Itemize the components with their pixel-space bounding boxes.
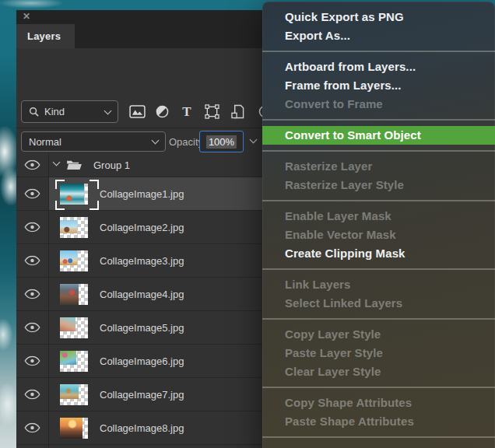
menu-item-quick-export-as-png[interactable]: Quick Export as PNG [262,8,495,26]
menu-item-create-clipping-mask[interactable]: Create Clipping Mask [262,244,495,263]
layer-context-menu: Quick Export as PNG Export As... Artboar… [262,2,495,448]
visibility-eye-icon[interactable] [24,423,40,433]
layer-name: CollageImage8.jpg [100,422,184,434]
photoshop-screenshot: ✕ Layers Kind T [0,0,495,448]
menu-section-layer-style: Copy Layer Style Paste Layer Style Clear… [262,320,495,387]
menu-item-copy-shape-attributes: Copy Shape Attributes [262,394,495,412]
visibility-eye-icon[interactable] [24,159,40,170]
menu-section-artboard: Artboard from Layers... Frame from Layer… [262,52,495,119]
layer-name: CollageImage2.jpg [100,222,184,233]
menu-item-select-linked-layers: Select Linked Layers [262,294,495,313]
visibility-eye-icon[interactable] [24,356,40,366]
thumbnail-image [60,384,79,399]
blend-mode-dropdown[interactable]: Normal [21,131,166,152]
close-icon[interactable]: ✕ [23,11,30,22]
selection-bracket [55,201,65,210]
selection-bracket [90,180,99,189]
layer-filter-kind-dropdown[interactable]: Kind [21,100,118,123]
layer-name: CollageImage5.jpg [100,322,184,334]
menu-item-artboard-from-layers[interactable]: Artboard from Layers... [262,58,495,76]
menu-section-shape-attributes: Copy Shape Attributes Paste Shape Attrib… [262,388,495,436]
layer-name: CollageImage6.jpg [100,355,184,367]
visibility-eye-icon[interactable] [24,289,40,299]
folder-icon [66,159,82,170]
opacity-input[interactable]: 100% [199,131,244,152]
menu-section-export: Quick Export as PNG Export As... [262,2,495,51]
menu-item-rasterize-layer-style: Rasterize Layer Style [262,176,495,194]
layer-name: CollageImage7.jpg [100,389,184,401]
menu-item-clear-layer-style: Clear Layer Style [262,362,495,381]
tab-layers[interactable]: Layers [16,24,75,48]
visibility-eye-icon[interactable] [24,256,40,266]
menu-section-smart-object: Convert to Smart Object [262,121,495,150]
menu-item-enable-layer-mask: Enable Layer Mask [262,207,495,226]
menu-separator [262,436,495,438]
visibility-eye-icon[interactable] [24,323,40,333]
layer-thumbnail[interactable] [60,418,88,439]
blend-mode-value: Normal [29,136,61,148]
menu-item-convert-to-frame: Convert to Frame [262,95,495,114]
selection-bracket [90,201,99,210]
kind-label: Kind [44,106,65,117]
visibility-eye-icon[interactable] [24,222,40,233]
menu-item-link-layers: Link Layers [262,275,495,294]
visibility-eye-icon[interactable] [24,189,40,199]
menu-item-rasterize-layer: Rasterize Layer [262,157,495,176]
layer-thumbnail[interactable] [60,351,88,372]
menu-item-copy-layer-style: Copy Layer Style [262,325,495,344]
opacity-dropdown-chevron-icon[interactable] [250,136,258,144]
thumbnail-image [60,418,82,439]
thumbnail-image [60,351,76,365]
layer-thumbnail[interactable] [60,217,88,238]
selection-bracket [55,180,65,189]
search-icon [29,107,39,117]
layer-thumbnail[interactable] [60,384,88,405]
tab-layers-label: Layers [27,30,61,42]
layer-thumbnail[interactable] [60,284,88,305]
thumbnail-image [60,250,77,265]
menu-item-convert-to-smart-object[interactable]: Convert to Smart Object [262,126,495,145]
group-expand-chevron-icon[interactable] [53,159,61,166]
menu-item-export-as[interactable]: Export As... [262,26,495,45]
chevron-down-icon [152,137,160,145]
layer-name: CollageImage1.jpg [100,188,184,200]
menu-section-link: Link Layers Select Linked Layers [262,270,495,318]
layer-thumbnail[interactable] [60,250,88,271]
menu-section-masks: Enable Layer Mask Enable Vector Mask Cre… [262,201,495,268]
shape-layer-filter-icon[interactable] [203,103,220,119]
group-name: Group 1 [93,159,130,170]
opacity-value: 100% [206,135,237,149]
smart-object-filter-icon[interactable] [229,103,246,119]
menu-item-enable-vector-mask: Enable Vector Mask [262,226,495,244]
adjustment-layer-filter-icon[interactable] [153,103,170,119]
thumbnail-image [60,284,79,305]
thumbnail-image [60,220,77,233]
layer-thumbnail[interactable] [60,317,88,338]
thumbnail-image [60,317,75,331]
menu-item-paste-shape-attributes: Paste Shape Attributes [262,412,495,431]
visibility-eye-icon[interactable] [24,390,40,400]
type-layer-filter-icon[interactable]: T [178,103,195,119]
chevron-down-icon [104,107,112,114]
menu-section-rasterize: Rasterize Layer Rasterize Layer Style [262,152,495,200]
layer-name: CollageImage3.jpg [100,255,184,267]
pixel-layer-filter-icon[interactable] [128,103,146,119]
menu-item-frame-from-layers[interactable]: Frame from Layers... [262,76,495,95]
layer-name: CollageImage4.jpg [100,289,184,300]
menu-item-paste-layer-style: Paste Layer Style [262,344,495,362]
